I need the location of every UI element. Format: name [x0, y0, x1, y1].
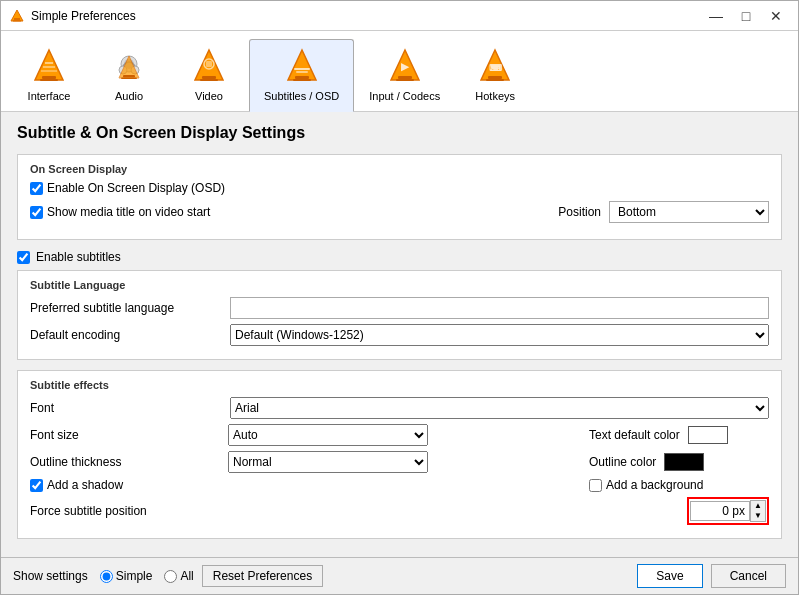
- enable-osd-checkbox[interactable]: [30, 182, 43, 195]
- spinner-up-button[interactable]: ▲: [751, 501, 765, 511]
- cancel-button[interactable]: Cancel: [711, 564, 786, 588]
- simple-radio[interactable]: [100, 570, 113, 583]
- svg-rect-2: [13, 20, 21, 22]
- svg-rect-18: [200, 79, 218, 81]
- main-window: Simple Preferences — □ ✕ Interface: [0, 0, 799, 595]
- tab-video-label: Video: [195, 90, 223, 102]
- svg-rect-6: [45, 62, 53, 64]
- text-color-box[interactable]: [688, 426, 728, 444]
- all-radio[interactable]: [164, 570, 177, 583]
- preferred-lang-row: Preferred subtitle language: [30, 297, 769, 319]
- force-subtitle-spinner: ▲ ▼: [687, 497, 769, 525]
- svg-marker-21: [288, 50, 316, 80]
- osd-section-title: On Screen Display: [30, 163, 769, 175]
- spinner-down-button[interactable]: ▼: [751, 511, 765, 521]
- svg-rect-22: [295, 76, 309, 79]
- page-title: Subtitle & On Screen Display Settings: [17, 124, 782, 142]
- tab-audio[interactable]: Audio: [89, 39, 169, 111]
- subtitles-icon: [282, 46, 322, 86]
- enable-subtitles-label: Enable subtitles: [36, 250, 121, 264]
- reset-preferences-button[interactable]: Reset Preferences: [202, 565, 323, 587]
- text-color-label: Text default color: [589, 428, 680, 442]
- force-subtitle-input[interactable]: [690, 501, 750, 521]
- font-size-left: Font size Auto Small Normal Large Very L…: [30, 424, 589, 446]
- window-title: Simple Preferences: [31, 9, 702, 23]
- outline-color-label: Outline color: [589, 455, 656, 469]
- add-shadow-checkbox[interactable]: [30, 479, 43, 492]
- enable-subtitles-row: Enable subtitles: [17, 250, 782, 264]
- svg-rect-15: [121, 78, 137, 80]
- bottom-bar: Show settings Simple All Reset Preferenc…: [1, 557, 798, 594]
- add-background-checkbox[interactable]: [589, 479, 602, 492]
- outline-thickness-label: Outline thickness: [30, 455, 220, 469]
- outline-row: Outline thickness None Thin Normal Thick…: [30, 451, 769, 473]
- tab-audio-label: Audio: [115, 90, 143, 102]
- show-media-checkbox[interactable]: [30, 206, 43, 219]
- osd-section: On Screen Display Enable On Screen Displ…: [17, 154, 782, 240]
- position-select[interactable]: Bottom Center Left Right Top Top-Left To…: [609, 201, 769, 223]
- add-background-label[interactable]: Add a background: [589, 478, 703, 492]
- svg-rect-8: [41, 70, 57, 72]
- outline-color-box[interactable]: [664, 453, 704, 471]
- tab-input-codecs[interactable]: ▶ Input / Codecs: [354, 39, 455, 111]
- nav-tabs: Interface Audio: [1, 31, 798, 112]
- font-size-select[interactable]: Auto Small Normal Large Very Large: [228, 424, 428, 446]
- simple-radio-label[interactable]: Simple: [100, 569, 153, 583]
- svg-rect-7: [43, 66, 55, 68]
- subtitle-lang-title: Subtitle Language: [30, 279, 769, 291]
- subtitle-effects-section: Subtitle effects Font Arial Times New Ro…: [17, 370, 782, 539]
- tab-subtitles-osd[interactable]: Subtitles / OSD: [249, 39, 354, 112]
- svg-rect-32: [486, 79, 504, 81]
- show-media-label[interactable]: Show media title on video start: [30, 205, 210, 219]
- default-encoding-select[interactable]: Default (Windows-1252) UTF-8 UTF-16 ISO-…: [230, 324, 769, 346]
- svg-rect-28: [396, 79, 414, 81]
- spinner-buttons: ▲ ▼: [750, 500, 766, 522]
- show-settings-label: Show settings: [13, 569, 88, 583]
- preferred-lang-label: Preferred subtitle language: [30, 301, 230, 315]
- preferred-lang-input[interactable]: [230, 297, 769, 319]
- enable-osd-row: Enable On Screen Display (OSD): [30, 181, 769, 195]
- svg-rect-25: [296, 71, 308, 73]
- content-area: Subtitle & On Screen Display Settings On…: [1, 112, 798, 557]
- app-icon: [9, 8, 25, 24]
- svg-text:⌨: ⌨: [489, 63, 502, 73]
- force-subtitle-input-wrapper: ▲ ▼: [230, 497, 769, 525]
- background-right: Add a background: [589, 478, 769, 492]
- close-button[interactable]: ✕: [762, 5, 790, 27]
- tab-video[interactable]: Video: [169, 39, 249, 111]
- force-subtitle-row: Force subtitle position ▲ ▼: [30, 497, 769, 525]
- shadow-background-row: Add a shadow Add a background: [30, 478, 769, 492]
- show-media-row: Show media title on video start Position…: [30, 201, 769, 223]
- save-button[interactable]: Save: [637, 564, 702, 588]
- tab-interface[interactable]: Interface: [9, 39, 89, 111]
- add-shadow-label[interactable]: Add a shadow: [30, 478, 123, 492]
- maximize-button[interactable]: □: [732, 5, 760, 27]
- tab-subtitles-label: Subtitles / OSD: [264, 90, 339, 102]
- enable-subtitles-checkbox[interactable]: [17, 251, 30, 264]
- svg-rect-24: [294, 68, 310, 70]
- minimize-button[interactable]: —: [702, 5, 730, 27]
- outline-left: Outline thickness None Thin Normal Thick: [30, 451, 589, 473]
- hotkeys-icon: ⌨: [475, 46, 515, 86]
- force-subtitle-label: Force subtitle position: [30, 504, 230, 518]
- audio-icon: [109, 46, 149, 86]
- svg-rect-31: [488, 76, 502, 79]
- font-select[interactable]: Arial Times New Roman Verdana Courier Ne…: [230, 397, 769, 419]
- radio-group: Simple All: [100, 569, 194, 583]
- titlebar: Simple Preferences — □ ✕: [1, 1, 798, 31]
- font-size-label: Font size: [30, 428, 220, 442]
- svg-rect-4: [42, 76, 56, 79]
- font-size-row: Font size Auto Small Normal Large Very L…: [30, 424, 769, 446]
- text-color-right: Text default color: [589, 426, 769, 444]
- subtitle-language-section: Subtitle Language Preferred subtitle lan…: [17, 270, 782, 360]
- titlebar-buttons: — □ ✕: [702, 5, 790, 27]
- all-radio-label[interactable]: All: [164, 569, 193, 583]
- enable-osd-label[interactable]: Enable On Screen Display (OSD): [30, 181, 225, 195]
- svg-rect-17: [202, 76, 216, 79]
- svg-rect-27: [398, 76, 412, 79]
- svg-rect-20: [206, 61, 212, 67]
- outline-thickness-select[interactable]: None Thin Normal Thick: [228, 451, 428, 473]
- interface-icon: [29, 46, 69, 86]
- subtitle-effects-title: Subtitle effects: [30, 379, 769, 391]
- tab-hotkeys[interactable]: ⌨ Hotkeys: [455, 39, 535, 111]
